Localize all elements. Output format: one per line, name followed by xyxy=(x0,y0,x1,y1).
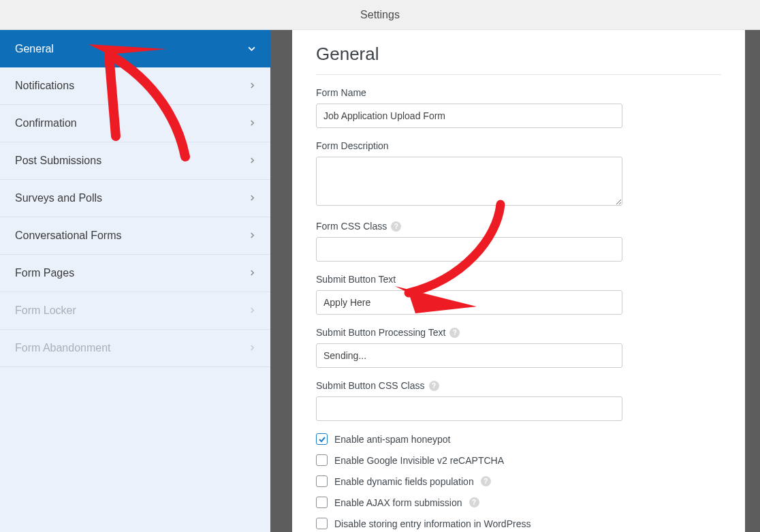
checkbox-icon xyxy=(316,433,328,445)
form-name-input[interactable] xyxy=(316,104,622,128)
chevron-right-icon xyxy=(249,268,255,279)
submit-button-processing-input[interactable] xyxy=(316,343,622,368)
submit-button-processing-label: Submit Button Processing Text xyxy=(316,327,445,338)
form-name-label: Form Name xyxy=(316,87,721,98)
content-wrapper: General Form Name Form Description Form … xyxy=(292,30,760,532)
checkbox-disable-storing[interactable]: Disable storing entry information in Wor… xyxy=(316,518,721,529)
checkbox-dynamic-fields[interactable]: Enable dynamic fields population ? xyxy=(316,475,721,487)
form-css-class-label: Form CSS Class xyxy=(316,221,387,232)
sidebar-item-notifications[interactable]: Notifications xyxy=(0,67,270,105)
main-layout: General Notifications Confirmation Post … xyxy=(0,30,760,532)
form-css-class-input[interactable] xyxy=(316,237,622,262)
sidebar-item-label: Form Pages xyxy=(15,267,74,279)
submit-button-text-input[interactable] xyxy=(316,290,622,315)
chevron-right-icon xyxy=(249,155,255,166)
checkbox-ajax[interactable]: Enable AJAX form submission ? xyxy=(316,497,721,508)
checkbox-icon xyxy=(316,497,328,508)
checkbox-honeypot[interactable]: Enable anti-spam honeypot xyxy=(316,433,721,445)
chevron-right-icon xyxy=(249,305,255,316)
sidebar-item-label: Confirmation xyxy=(15,117,77,129)
field-submit-button-css: Submit Button CSS Class ? xyxy=(316,380,721,421)
page-title: General xyxy=(316,44,721,75)
sidebar-item-label: Notifications xyxy=(15,80,74,92)
right-edge xyxy=(745,30,760,532)
submit-button-css-label: Submit Button CSS Class xyxy=(316,380,425,391)
checkbox-recaptcha[interactable]: Enable Google Invisible v2 reCAPTCHA xyxy=(316,454,721,466)
checkbox-icon xyxy=(316,518,328,529)
sidebar-item-conversational-forms[interactable]: Conversational Forms xyxy=(0,217,270,255)
sidebar-item-form-locker[interactable]: Form Locker xyxy=(0,292,270,330)
checkbox-label: Disable storing entry information in Wor… xyxy=(334,518,531,529)
checkbox-icon xyxy=(316,454,328,466)
sidebar-item-general[interactable]: General xyxy=(0,30,270,67)
chevron-right-icon xyxy=(249,343,255,354)
checkbox-label: Enable anti-spam honeypot xyxy=(334,434,450,445)
sidebar-item-label: General xyxy=(15,43,54,55)
help-icon[interactable]: ? xyxy=(469,497,479,507)
chevron-right-icon xyxy=(249,118,255,129)
sidebar-item-label: Post Submissions xyxy=(15,155,101,167)
form-description-label: Form Description xyxy=(316,140,721,151)
sidebar-item-label: Conversational Forms xyxy=(15,230,122,242)
chevron-right-icon xyxy=(249,80,255,91)
checkbox-icon xyxy=(316,475,328,487)
sidebar-item-surveys-polls[interactable]: Surveys and Polls xyxy=(0,180,270,217)
sidebar-item-label: Surveys and Polls xyxy=(15,192,102,204)
submit-button-text-label: Submit Button Text xyxy=(316,274,721,285)
sidebar-item-post-submissions[interactable]: Post Submissions xyxy=(0,142,270,180)
checkbox-label: Enable dynamic fields population xyxy=(334,476,474,487)
sidebar-item-form-abandonment[interactable]: Form Abandonment xyxy=(0,330,270,367)
field-submit-button-text: Submit Button Text xyxy=(316,274,721,315)
checkbox-label: Enable AJAX form submission xyxy=(334,497,462,508)
sidebar-item-confirmation[interactable]: Confirmation xyxy=(0,105,270,142)
field-form-description: Form Description xyxy=(316,140,721,208)
sidebar-item-label: Form Abandonment xyxy=(15,342,111,354)
checkbox-label: Enable Google Invisible v2 reCAPTCHA xyxy=(334,455,504,466)
help-icon[interactable]: ? xyxy=(391,221,401,232)
help-icon[interactable]: ? xyxy=(449,328,460,338)
header-title: Settings xyxy=(360,9,400,21)
help-icon[interactable]: ? xyxy=(481,476,491,486)
sidebar-item-form-pages[interactable]: Form Pages xyxy=(0,255,270,292)
sidebar-item-label: Form Locker xyxy=(15,304,76,317)
settings-sidebar: General Notifications Confirmation Post … xyxy=(0,30,270,532)
field-submit-button-processing: Submit Button Processing Text ? xyxy=(316,327,721,368)
submit-button-css-input[interactable] xyxy=(316,396,622,421)
form-description-input[interactable] xyxy=(316,157,622,206)
field-form-css-class: Form CSS Class ? xyxy=(316,221,721,262)
divider-column xyxy=(270,30,292,532)
chevron-right-icon xyxy=(249,193,255,204)
settings-panel: General Form Name Form Description Form … xyxy=(292,30,745,532)
settings-header: Settings xyxy=(0,0,760,30)
help-icon[interactable]: ? xyxy=(429,381,439,391)
field-form-name: Form Name xyxy=(316,87,721,128)
chevron-down-icon xyxy=(248,44,255,54)
chevron-right-icon xyxy=(249,230,255,241)
